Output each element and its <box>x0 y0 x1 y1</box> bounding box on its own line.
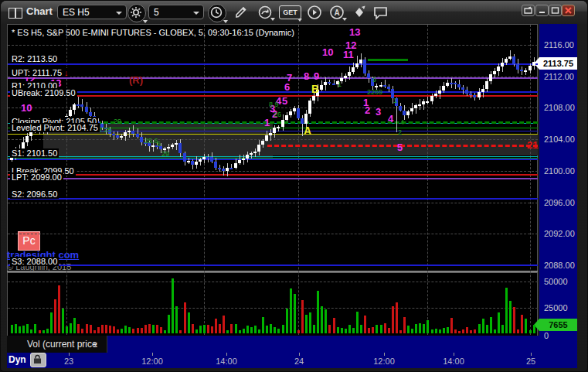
symbol-dropdown[interactable]: ES H5 <box>57 5 127 19</box>
interval-dropdown[interactable]: 5 <box>148 5 204 19</box>
time-label: 14:00 <box>216 357 237 366</box>
symbol-settings-button[interactable] <box>127 4 146 22</box>
markers-button[interactable] <box>351 4 369 21</box>
minimize-icon <box>536 5 548 15</box>
popout-icon <box>522 5 534 15</box>
time-tick <box>226 353 227 356</box>
tab-volume[interactable]: Vol (current price bar) x <box>7 336 107 353</box>
time-label: 24 <box>294 357 304 366</box>
draw-button[interactable] <box>233 4 251 21</box>
chevron-down-icon <box>193 12 199 15</box>
pane-splitter[interactable] <box>7 271 538 273</box>
chevron-down-icon <box>223 20 228 23</box>
time-tick <box>69 353 70 356</box>
time-label: 12:00 <box>373 357 395 366</box>
chevron-down-icon <box>143 20 148 23</box>
time-tick <box>152 353 153 356</box>
window-title: Chart <box>26 5 53 17</box>
time-settings-button[interactable] <box>208 4 226 22</box>
chevron-down-icon <box>342 18 347 21</box>
close-icon <box>563 5 574 15</box>
trend-tools-button[interactable] <box>257 4 275 21</box>
time-tick <box>531 353 532 356</box>
pencil-icon <box>233 4 251 21</box>
auto-analysis-button[interactable]: A <box>328 4 347 21</box>
price-axis[interactable] <box>539 24 577 368</box>
popout-button[interactable] <box>522 5 535 16</box>
get-label: GET <box>283 9 297 16</box>
time-tick <box>454 353 454 356</box>
tab-close-icon[interactable]: x <box>93 336 97 353</box>
time-label: 25 <box>526 357 535 366</box>
maximize-icon <box>549 5 561 15</box>
svg-text:A: A <box>334 9 339 17</box>
notes-button[interactable] <box>372 4 390 21</box>
clock-icon <box>209 5 226 20</box>
chevron-down-icon <box>297 19 302 22</box>
chart-pane[interactable] <box>7 24 538 336</box>
indicator-tab-row: Vol (current price bar) x <box>7 336 539 353</box>
time-tick <box>384 353 385 356</box>
symbol-value: ES H5 <box>63 7 90 18</box>
dyn-label: Dyn <box>8 354 26 365</box>
time-axis[interactable]: Dyn 2312:0014:002412:0014:0025 <box>7 353 539 368</box>
app-window: Chart ES H5 5 <box>0 0 588 372</box>
chevron-down-icon <box>270 18 275 21</box>
time-tick <box>299 353 300 356</box>
diamond-arrows-icon <box>351 4 369 21</box>
chevron-down-icon <box>116 12 122 15</box>
time-label: 14:00 <box>443 357 464 366</box>
chart-window-icon <box>15 8 22 19</box>
minimize-button[interactable] <box>535 5 549 16</box>
speech-bubble-icon <box>372 4 390 21</box>
titlebar: Chart ES H5 5 <box>1 1 588 23</box>
interval-value: 5 <box>154 7 159 18</box>
gear-icon <box>128 5 145 20</box>
play-icon <box>306 4 325 21</box>
time-label: 12:00 <box>141 357 163 366</box>
close-button[interactable] <box>562 5 575 16</box>
lock-button[interactable] <box>30 353 46 367</box>
maximize-button[interactable] <box>549 5 562 16</box>
chart-window-icon <box>8 8 15 19</box>
time-label: 23 <box>64 357 73 366</box>
play-button[interactable] <box>306 4 325 21</box>
get-data-button[interactable]: GET <box>279 5 301 19</box>
